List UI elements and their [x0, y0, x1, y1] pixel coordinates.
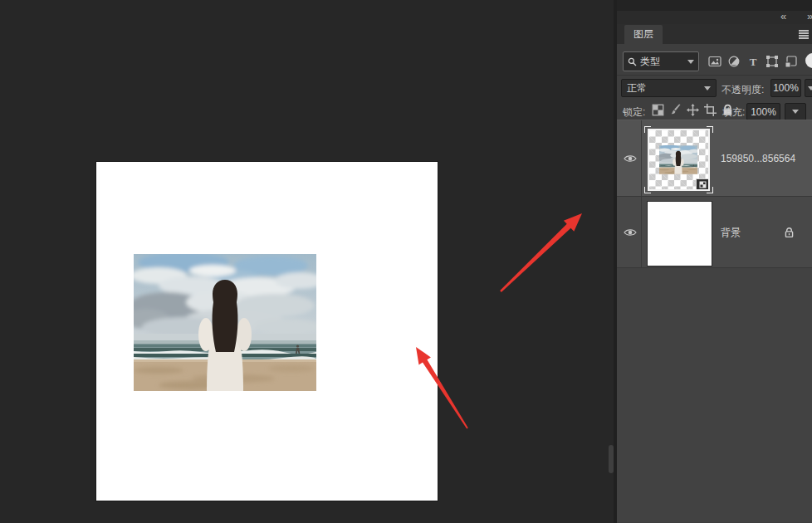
photoshop-workspace: « » 图层 类型: [0, 0, 812, 523]
lock-image-pixels-icon[interactable]: [669, 104, 682, 116]
eye-icon[interactable]: [624, 227, 637, 237]
type-layer-filter-icon[interactable]: T: [746, 55, 760, 68]
opacity-value-field[interactable]: 100%: [770, 79, 801, 97]
blend-mode-select[interactable]: 正常: [621, 79, 717, 97]
fill-value-field[interactable]: 100%: [746, 103, 780, 120]
filter-kind-icons: T: [702, 52, 812, 71]
chevron-down-icon: [704, 86, 711, 90]
lock-label: 锁定:: [623, 105, 645, 120]
layer-row-background[interactable]: 背景: [617, 197, 812, 268]
layer-thumbnail-selected[interactable]: [644, 126, 713, 193]
layers-list: 159850...856564 背景: [617, 120, 812, 522]
fill-label: 填充:: [722, 105, 745, 120]
layer-thumbnail[interactable]: [648, 202, 712, 266]
tab-layers[interactable]: 图层: [624, 25, 663, 44]
pixel-layer-filter-icon[interactable]: [708, 55, 722, 68]
opacity-value: 100%: [773, 82, 799, 94]
canvas-document[interactable]: [96, 162, 438, 501]
blend-opacity-row: 正常 不透明度: 100%: [617, 76, 812, 100]
opacity-dropdown-button[interactable]: [805, 79, 812, 97]
collapse-panels-icon[interactable]: «: [780, 11, 785, 22]
visibility-cell: [617, 120, 642, 196]
panel-collapse-strip: « »: [617, 11, 812, 24]
expand-panels-icon[interactable]: »: [807, 11, 812, 22]
eye-icon[interactable]: [624, 154, 637, 164]
adjustment-layer-filter-icon[interactable]: [727, 55, 741, 68]
blend-mode-value: 正常: [627, 81, 704, 95]
panel-tabbar: 图层: [617, 24, 812, 44]
smart-object-badge-icon: [696, 178, 710, 191]
divider: [617, 75, 812, 76]
svg-text:T: T: [750, 56, 757, 68]
layers-list-empty-area: [617, 268, 812, 522]
shape-layer-filter-icon[interactable]: [766, 55, 779, 68]
opacity-label: 不透明度:: [722, 83, 764, 97]
fill-dropdown-button[interactable]: [785, 103, 806, 120]
lock-position-icon[interactable]: [687, 104, 699, 116]
chevron-down-icon: [792, 110, 799, 114]
smart-object-filter-icon[interactable]: [785, 55, 798, 68]
arrow-to-layers-panel: [500, 213, 582, 292]
panel-menu-icon[interactable]: [799, 30, 809, 38]
layer-name[interactable]: 背景: [721, 225, 741, 239]
placed-photo-layer[interactable]: [134, 254, 316, 391]
filter-type-label: 类型: [640, 55, 687, 69]
layers-panel-content: 类型 T: [617, 44, 812, 523]
chevron-down-icon: [687, 60, 694, 64]
background-lock-icon[interactable]: [784, 227, 795, 238]
layer-thumbnail[interactable]: [648, 129, 710, 191]
thumbnail-photo: [659, 145, 697, 174]
search-icon: [628, 57, 637, 66]
layers-panel: « » 图层 类型: [614, 0, 812, 523]
filter-type-select[interactable]: 类型: [623, 51, 699, 71]
lock-transparent-pixels-icon[interactable]: [652, 104, 664, 116]
layer-row-photo[interactable]: 159850...856564: [617, 120, 812, 197]
layer-filter-row: 类型 T: [617, 50, 812, 73]
lock-artboard-icon[interactable]: [704, 104, 717, 116]
fill-value: 100%: [751, 106, 776, 118]
layer-name[interactable]: 159850...856564: [721, 153, 795, 164]
chevron-down-icon: [808, 86, 812, 90]
visibility-cell: [617, 197, 642, 267]
